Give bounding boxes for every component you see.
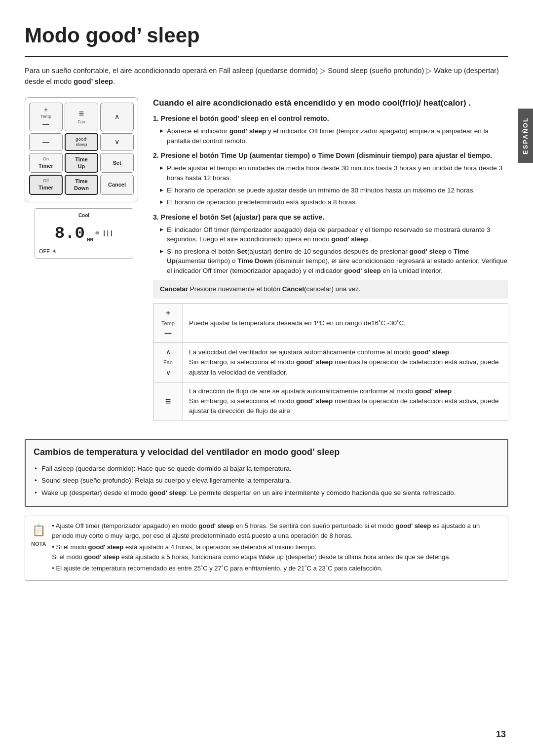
bottom-section: Cambios de temperatura y velocidad del v… [25, 439, 508, 507]
cancel-btn[interactable]: Cancel [100, 175, 134, 195]
time-down-btn[interactable]: Time Down [65, 175, 98, 195]
page-title: Modo good’ sleep [25, 20, 508, 57]
nota-box: 📋 NOTA • Ajuste Off timer (temporizador … [25, 516, 508, 581]
bottom-section-heading: Cambios de temperatura y velocidad del v… [34, 446, 499, 458]
table-text-cell: Puede ajustar la temperatura deseada en … [183, 303, 508, 343]
set-btn[interactable]: Set [100, 153, 134, 173]
table-row: ∧ Fan ∨ La velocidad del ventilador se a… [153, 343, 508, 382]
on-timer-btn[interactable]: On Timer [29, 153, 63, 173]
bottom-list: Fall asleep (quedarse dormido): Hace que… [34, 464, 499, 498]
display-panel: Cool 8.0 HR ❄ ||| OFF ☀ [35, 208, 133, 259]
display-mode: Cool [39, 212, 129, 219]
nota-label: 📋 NOTA [31, 521, 46, 575]
intro-text: Para un sueño confortable, el aire acond… [25, 66, 508, 87]
nota-content: • Ajuste Off timer (temporizador apagado… [52, 521, 502, 575]
remote-control: + Temp — ≡ Fan ∧ — [25, 97, 138, 202]
main-section: + Temp — ≡ Fan ∧ — [25, 97, 508, 430]
step-2: 2. Presione el botón Time Up (aumentar t… [153, 151, 508, 207]
good-sleep-btn[interactable]: good'sleep [65, 133, 98, 151]
table-text-cell: La velocidad del ventilador se ajustará … [183, 343, 508, 382]
page: ESPAÑOL Modo good’ sleep Para un sueño c… [0, 0, 533, 756]
remote-grid-top: + Temp — ≡ Fan ∧ [29, 103, 134, 131]
feature-table: + Temp — Puede ajustar la temperatura de… [153, 303, 508, 421]
temp-btn[interactable]: + Temp — [29, 103, 63, 131]
step-1: 1. Presione el botón good' sleep en el c… [153, 113, 508, 146]
espanol-tab: ESPAÑOL [518, 109, 533, 163]
temp-down-btn[interactable]: — [29, 133, 63, 151]
step-1-bullets: Aparece el indicador good' sleep y el in… [153, 126, 508, 146]
time-up-btn[interactable]: Time Up [65, 153, 98, 173]
page-number: 13 [496, 728, 506, 741]
nota-icon: 📋 [32, 522, 45, 538]
step-3: 3. Presione el botón Set (ajustar) para … [153, 212, 508, 276]
step-3-bullets: El indicador Off timer (temporizador apa… [153, 225, 508, 276]
list-item: Sound sleep (sueño profundo): Relaja su … [34, 476, 499, 486]
section-heading: Cuando el aire acondicionado está encend… [153, 97, 508, 109]
cancel-box: Cancelar Presione nuevamente el botón Ca… [153, 280, 508, 298]
remote-grid-row2: On Timer Time Up Set [29, 153, 134, 173]
table-icon-cell: + Temp — [153, 303, 183, 343]
table-row: ≡ La dirección de flujo de aire se ajust… [153, 382, 508, 420]
table-icon-cell: ≡ [153, 382, 183, 420]
fan-btn[interactable]: ≡ Fan [65, 103, 98, 131]
steps-list: 1. Presione el botón good' sleep en el c… [153, 113, 508, 275]
fan-up-btn[interactable]: ∧ [100, 103, 134, 131]
fan-down-btn[interactable]: ∨ [100, 133, 134, 151]
list-item: Fall asleep (quedarse dormido): Hace que… [34, 464, 499, 474]
list-item: Wake up (despertar) desde el modo good' … [34, 488, 499, 498]
display-bottom: OFF ☀ [39, 247, 129, 256]
left-column: + Temp — ≡ Fan ∧ — [25, 97, 143, 430]
off-timer-btn[interactable]: Off Timer [29, 175, 63, 195]
table-icon-cell: ∧ Fan ∨ [153, 343, 183, 382]
right-column: Cuando el aire acondicionado está encend… [153, 97, 508, 430]
remote-grid-row3: Off Timer Time Down Cancel [29, 175, 134, 195]
step-2-bullets: Puede ajustar el tiempo en unidades de m… [153, 163, 508, 207]
table-text-cell: La dirección de flujo de aire se ajustar… [183, 382, 508, 420]
display-digits: 8.0 HR ❄ ||| [39, 221, 129, 246]
table-row: + Temp — Puede ajustar la temperatura de… [153, 303, 508, 343]
remote-grid-mid: — good'sleep ∨ [29, 133, 134, 151]
